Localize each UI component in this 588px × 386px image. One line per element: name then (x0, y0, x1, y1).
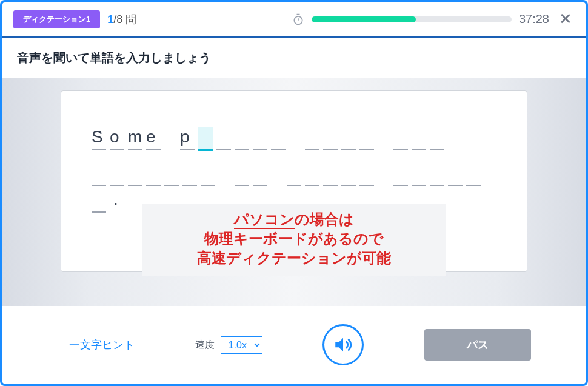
time-remaining: 37:28 (519, 12, 549, 26)
letter-slot (359, 163, 374, 186)
letter-slot (92, 163, 106, 186)
letter-slot: e (146, 127, 161, 150)
speaker-icon (333, 334, 353, 355)
letter-slot (393, 127, 408, 150)
hint-button[interactable]: 一文字ヒント (69, 338, 135, 352)
letter-slot (341, 127, 356, 150)
letter-slot (110, 163, 124, 186)
speed-select[interactable]: 1.0x (221, 336, 262, 354)
dictation-card: Somep . パソコンの場合は 物理キーボードがあるので 高速ディクテーション… (61, 90, 527, 272)
letter-slot: S (92, 127, 106, 150)
sentence-period: . (110, 190, 124, 209)
svg-point-0 (294, 16, 302, 24)
letter-slot (146, 163, 161, 186)
play-audio-button[interactable] (322, 324, 364, 365)
letter-slot (235, 163, 249, 186)
letter-slot (323, 127, 338, 150)
letter-slot (253, 163, 267, 186)
letter-slot: o (110, 127, 124, 150)
time-progress-fill (312, 16, 416, 22)
letter-slot (412, 127, 426, 150)
letter-slot (216, 127, 231, 150)
letter-slot (128, 163, 142, 186)
letter-slot (323, 163, 338, 186)
question-progress: 1/8 問 (107, 12, 136, 27)
pass-button[interactable]: パス (424, 329, 531, 361)
letter-slot (466, 163, 481, 186)
letter-slot (359, 127, 374, 150)
close-icon[interactable]: ✕ (556, 10, 575, 28)
letter-slot (305, 127, 319, 150)
speed-control: 速度 1.0x (195, 336, 262, 354)
letter-slot (271, 127, 286, 150)
letter-slot (448, 163, 463, 186)
letter-slot (235, 127, 249, 150)
main-area: Somep . パソコンの場合は 物理キーボードがあるので 高速ディクテーション… (2, 78, 586, 306)
letter-slot (341, 163, 356, 186)
letter-slot (305, 163, 319, 186)
letter-slot (393, 163, 408, 186)
stopwatch-icon (292, 13, 304, 25)
letter-slot (287, 163, 301, 186)
letter-slot: p (180, 127, 195, 150)
letter-slot (198, 127, 213, 151)
footer-controls: 一文字ヒント 速度 1.0x パス (2, 306, 586, 384)
letter-slot (412, 163, 426, 186)
letter-slot (253, 127, 267, 150)
dictation-input[interactable]: Somep . (92, 127, 496, 213)
instruction-text: 音声を聞いて単語を入力しましょう (2, 38, 586, 78)
speed-label: 速度 (195, 339, 215, 351)
letter-slot (430, 127, 444, 150)
time-progress-bar (312, 16, 512, 22)
letter-slot (92, 190, 106, 213)
header-bar: ディクテーション1 1/8 問 37:28 ✕ (2, 2, 586, 36)
letter-slot (430, 163, 444, 186)
letter-slot (182, 163, 197, 186)
letter-slot (201, 163, 215, 186)
letter-slot (164, 163, 179, 186)
mode-badge: ディクテーション1 (13, 10, 100, 28)
letter-slot: m (128, 127, 142, 150)
overlay-annotation: パソコンの場合は 物理キーボードがあるので 高速ディクテーションが可能 (142, 204, 446, 276)
